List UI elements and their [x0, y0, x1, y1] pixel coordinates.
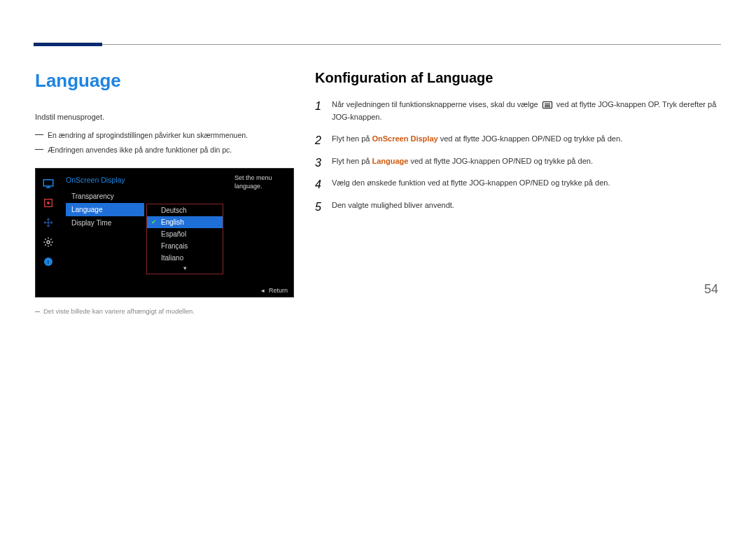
svg-point-3 — [47, 241, 50, 244]
step-3-post: ved at flytte JOG-knappen OP/NED og tryk… — [408, 157, 593, 165]
manual-page: Language Indstil menusproget. En ændring… — [0, 0, 756, 315]
osd-help-text: Set the menu language. — [234, 174, 289, 190]
step-5-pre: Den valgte mulighed bliver anvendt. — [332, 201, 454, 209]
monitor-icon — [42, 177, 55, 190]
step-4: Vælg den ønskede funktion ved at flytte … — [315, 177, 721, 190]
osd-lang-francais[interactable]: Français — [147, 240, 223, 252]
step-5: Den valgte mulighed bliver anvendt. — [315, 199, 721, 212]
step-3-pre: Flyt hen på — [332, 157, 372, 165]
gear-icon — [42, 236, 55, 248]
osd-menu-language[interactable]: Language — [66, 203, 144, 216]
image-disclaimer: Det viste billede kan variere afhængigt … — [35, 307, 294, 315]
intro-text: Indstil menusproget. — [35, 111, 294, 124]
osd-lang-deutsch[interactable]: Deutsch — [147, 204, 223, 216]
osd-screenshot: i OnScreen Display Transparency Language… — [35, 168, 294, 297]
step-3-kw: Language — [372, 157, 408, 165]
osd-menu-transparency[interactable]: Transparency — [66, 190, 144, 203]
move-icon — [42, 216, 55, 229]
note-1: En ændring af sprogindstillingen påvirke… — [35, 129, 294, 142]
step-1: Når vejledningen til funktionsknapperne … — [315, 99, 721, 123]
osd-icon-column: i — [36, 169, 61, 297]
osd-language-submenu: Deutsch English Español Français Italian… — [146, 204, 223, 274]
step-4-pre: Vælg den ønskede funktion ved at flytte … — [332, 178, 610, 187]
info-icon: i — [42, 255, 55, 268]
osd-lang-espanol[interactable]: Español — [147, 228, 223, 240]
config-heading: Konfiguration af Language — [315, 70, 721, 86]
step-1-pre: Når vejledningen til funktionsknapperne … — [332, 100, 540, 108]
header-divider — [102, 44, 721, 45]
step-2: Flyt hen på OnScreen Display ved at flyt… — [315, 133, 721, 146]
content-columns: Language Indstil menusproget. En ændring… — [35, 0, 721, 315]
osd-main-menu: Transparency Language Display Time — [66, 190, 144, 230]
page-number: 54 — [704, 282, 718, 297]
step-3: Flyt hen på Language ved at flytte JOG-k… — [315, 155, 721, 168]
steps-list: Når vejledningen til funktionsknapperne … — [315, 99, 721, 212]
step-2-kw: OnScreen Display — [372, 134, 438, 143]
osd-menu-displaytime[interactable]: Display Time — [66, 216, 144, 230]
svg-rect-0 — [43, 180, 53, 186]
osd-title: OnScreen Display — [66, 176, 125, 184]
section-heading: Language — [35, 70, 294, 92]
osd-return-button[interactable]: Return — [261, 287, 288, 294]
step-2-pre: Flyt hen på — [332, 134, 372, 143]
note-2: Ændringen anvendes ikke på andre funktio… — [35, 144, 294, 157]
svg-text:i: i — [48, 259, 49, 265]
osd-lang-english[interactable]: English — [147, 216, 223, 228]
left-column: Language Indstil menusproget. En ændring… — [35, 70, 294, 315]
accent-bar — [34, 43, 102, 46]
menu-icon — [542, 101, 552, 108]
right-column: Konfiguration af Language Når vejledning… — [315, 70, 721, 315]
step-2-post: ved at flytte JOG-knappen OP/NED og tryk… — [438, 134, 623, 143]
osd-lang-italiano[interactable]: Italiano — [147, 252, 223, 264]
svg-point-2 — [47, 202, 50, 204]
picture-icon — [42, 197, 55, 209]
osd-scroll-down-icon[interactable]: ▾ — [147, 264, 223, 274]
